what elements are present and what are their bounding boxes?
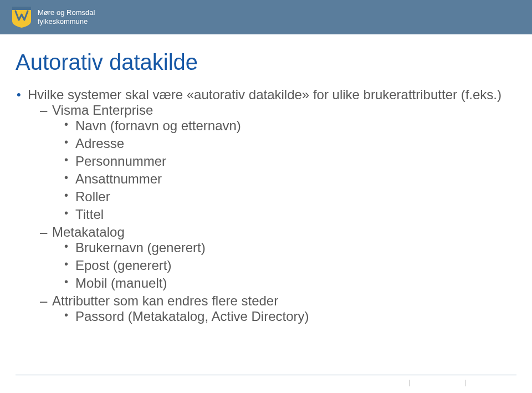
- list-item: Mobil (manuelt): [64, 275, 516, 291]
- header-org-name-line1: Møre og Romsdal: [38, 8, 95, 17]
- list-item: Passord (Metakatalog, Active Directory): [64, 309, 516, 324]
- header-org-name: Møre og Romsdal fylkeskommune: [38, 8, 95, 27]
- list-item: Visma Enterprise Navn (fornavn og ettern…: [40, 103, 516, 222]
- list-item-text: Metakatalog: [52, 224, 125, 239]
- list-item: Metakatalog Brukernavn (generert) Epost …: [40, 224, 516, 291]
- header-org-name-line2: fylkeskommune: [38, 17, 95, 26]
- list-item: Roller: [64, 189, 516, 205]
- header-logo: Møre og Romsdal fylkeskommune: [12, 7, 95, 28]
- page-title: Autorativ datakilde: [16, 50, 516, 75]
- bullet-list-l3: Passord (Metakatalog, Active Directory): [52, 309, 516, 324]
- footer-ticks: [409, 380, 466, 386]
- list-item: Brukernavn (generert): [64, 240, 516, 256]
- shield-icon: [12, 7, 31, 28]
- bullet-list-l3: Navn (fornavn og etternavn) Adresse Pers…: [52, 118, 516, 222]
- list-item: Epost (generert): [64, 258, 516, 273]
- list-item: Attributter som kan endres flere steder …: [40, 293, 516, 324]
- list-item: Ansattnummer: [64, 171, 516, 187]
- list-item: Navn (fornavn og etternavn): [64, 118, 516, 134]
- bullet-list-l1: Hvilke systemer skal være «autorativ dat…: [16, 87, 516, 324]
- bullet-list-l3: Brukernavn (generert) Epost (generert) M…: [52, 240, 516, 291]
- list-item: Personnummer: [64, 154, 516, 169]
- list-item: Adresse: [64, 136, 516, 151]
- list-item-text: Hvilke systemer skal være «autorativ dat…: [28, 87, 502, 102]
- list-item-text: Attributter som kan endres flere steder: [52, 293, 278, 308]
- list-item: Tittel: [64, 207, 516, 222]
- footer-divider: [16, 375, 516, 375]
- slide-content: Autorativ datakilde Hvilke systemer skal…: [0, 34, 532, 324]
- list-item-text: Visma Enterprise: [52, 103, 153, 118]
- list-item: Hvilke systemer skal være «autorativ dat…: [16, 87, 516, 324]
- header-bar: Møre og Romsdal fylkeskommune: [0, 0, 532, 34]
- bullet-list-l2: Visma Enterprise Navn (fornavn og ettern…: [28, 103, 516, 324]
